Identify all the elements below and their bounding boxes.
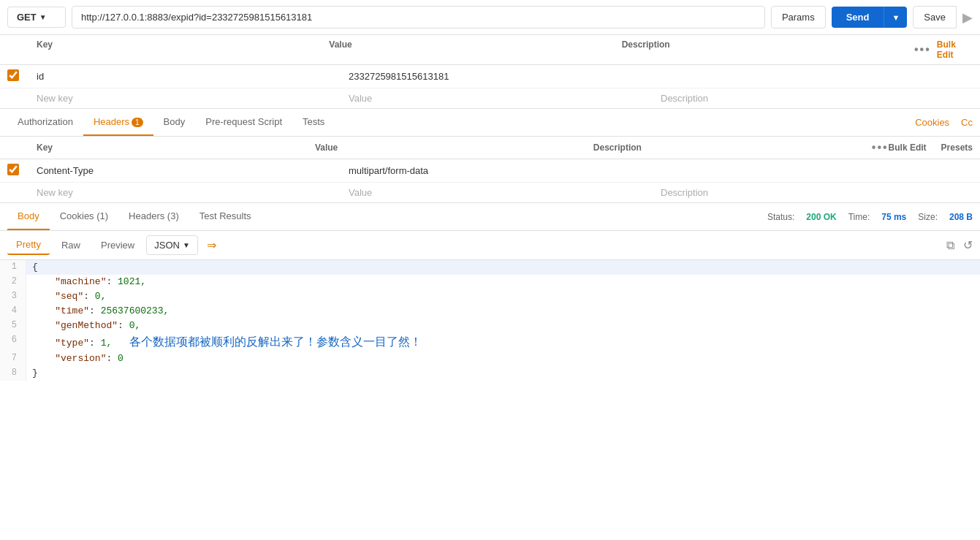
code-line: 4 "time": 25637600233, bbox=[0, 304, 980, 319]
bulk-edit-button[interactable]: Bulk Edit bbox=[889, 142, 927, 153]
tab-headers[interactable]: Headers1 bbox=[83, 109, 153, 136]
save-dropdown-icon[interactable]: ▶ bbox=[962, 9, 973, 26]
time-value: 75 ms bbox=[881, 212, 906, 222]
params-desc-header: Description bbox=[622, 39, 914, 60]
params-new-value[interactable]: Value bbox=[349, 93, 661, 104]
request-tabs: Authorization Headers1 Body Pre-request … bbox=[0, 109, 980, 137]
params-new-key[interactable]: New key bbox=[37, 93, 349, 104]
cookies-link[interactable]: Cookies bbox=[915, 110, 949, 135]
params-button[interactable]: Params bbox=[771, 6, 826, 28]
code-lines-container: 1{2 "machine": 1021,3 "seq": 0,4 "time":… bbox=[0, 260, 980, 381]
code-area: 1{2 "machine": 1021,3 "seq": 0,4 "time":… bbox=[0, 260, 980, 421]
params-bulk-edit[interactable]: Bulk Edit bbox=[937, 39, 973, 60]
header-value-cell: multipart/form-data bbox=[349, 165, 661, 176]
send-button[interactable]: Send bbox=[832, 7, 884, 28]
format-icon[interactable]: ⇒ bbox=[207, 238, 216, 252]
method-chevron-icon: ▼ bbox=[39, 13, 47, 21]
response-toolbar: Pretty Raw Preview JSON ▼ ⇒ ⧉ ↺ bbox=[0, 231, 980, 260]
tab-pre-request-script[interactable]: Pre-request Script bbox=[195, 109, 292, 136]
tab-tests[interactable]: Tests bbox=[292, 109, 335, 136]
headers-new-row: New key Value Description bbox=[0, 183, 980, 202]
save-button[interactable]: Save bbox=[913, 6, 957, 28]
method-label: GET bbox=[17, 12, 37, 23]
params-new-row: New key Value Description bbox=[0, 88, 980, 108]
code-line: 1{ bbox=[0, 260, 980, 275]
response-tabs: Body Cookies (1) Headers (3) Test Result… bbox=[0, 203, 980, 231]
params-header: Key Value Description ••• Bulk Edit bbox=[0, 35, 980, 65]
table-row: Content-Type multipart/form-data bbox=[0, 159, 980, 183]
clear-icon[interactable]: ↺ bbox=[963, 238, 973, 252]
params-value-header: Value bbox=[329, 39, 621, 60]
response-tab-test-results[interactable]: Test Results bbox=[189, 203, 262, 230]
headers-desc-header: Description bbox=[593, 142, 872, 153]
header-new-key[interactable]: New key bbox=[37, 187, 349, 198]
headers-section: Key Value Description ••• Bulk Edit Pres… bbox=[0, 137, 980, 203]
table-row: id 2332725981515613181 bbox=[0, 65, 980, 88]
headers-badge: 1 bbox=[132, 118, 143, 127]
params-key-cell: id bbox=[37, 71, 349, 82]
params-new-desc[interactable]: Description bbox=[661, 93, 973, 104]
request-tab-right: Cookies Cc bbox=[915, 110, 973, 135]
response-tab-headers[interactable]: Headers (3) bbox=[118, 203, 189, 230]
params-section: Key Value Description ••• Bulk Edit id 2… bbox=[0, 35, 980, 109]
params-key-header: Key bbox=[37, 39, 329, 60]
code-line: 7 "version": 0 bbox=[0, 351, 980, 366]
headers-value-header: Value bbox=[315, 142, 593, 153]
tab-authorization[interactable]: Authorization bbox=[7, 109, 83, 136]
presets-button[interactable]: Presets bbox=[941, 142, 973, 153]
status-value: 200 OK bbox=[806, 212, 836, 222]
json-format-select[interactable]: JSON ▼ bbox=[146, 235, 198, 255]
copy-icon[interactable]: ⧉ bbox=[946, 239, 954, 252]
header-key-cell: Content-Type bbox=[37, 165, 349, 176]
format-raw[interactable]: Raw bbox=[53, 236, 89, 254]
send-group: Send ▼ bbox=[832, 7, 908, 28]
size-label: Size: bbox=[918, 212, 938, 222]
code-line: 8} bbox=[0, 366, 980, 381]
header-row-checkbox[interactable] bbox=[7, 164, 19, 175]
headers-more-icon[interactable]: ••• bbox=[872, 141, 889, 154]
json-chevron-icon: ▼ bbox=[183, 241, 190, 249]
response-tab-cookies[interactable]: Cookies (1) bbox=[50, 203, 118, 230]
time-label: Time: bbox=[848, 212, 870, 222]
method-select[interactable]: GET ▼ bbox=[7, 7, 66, 28]
response-status: Status: 200 OK Time: 75 ms Size: 208 B bbox=[767, 212, 973, 222]
send-dropdown-button[interactable]: ▼ bbox=[884, 7, 907, 28]
code-line: 6 "type": 1,各个数据项都被顺利的反解出来了！参数含义一目了然！ bbox=[0, 333, 980, 351]
headers-key-header: Key bbox=[37, 142, 315, 153]
url-input[interactable] bbox=[72, 6, 765, 28]
json-format-label: JSON bbox=[154, 240, 180, 251]
header-new-value[interactable]: Value bbox=[349, 187, 661, 198]
status-label: Status: bbox=[767, 212, 794, 222]
response-tab-body[interactable]: Body bbox=[7, 203, 50, 230]
code-line: 3 "seq": 0, bbox=[0, 289, 980, 304]
code-line: 5 "genMethod": 0, bbox=[0, 319, 980, 333]
format-pretty[interactable]: Pretty bbox=[7, 235, 50, 255]
annotation-text: 各个数据项都被顺利的反解出来了！参数含义一目了然！ bbox=[129, 336, 422, 349]
format-preview[interactable]: Preview bbox=[92, 236, 143, 254]
header-new-desc[interactable]: Description bbox=[661, 187, 973, 198]
top-bar: GET ▼ Params Send ▼ Save ▶ bbox=[0, 0, 980, 35]
tab-body[interactable]: Body bbox=[153, 109, 196, 136]
params-value-cell: 2332725981515613181 bbox=[349, 71, 661, 82]
headers-header: Key Value Description ••• Bulk Edit Pres… bbox=[0, 137, 980, 159]
params-row-checkbox[interactable] bbox=[7, 69, 19, 81]
cc-link[interactable]: Cc bbox=[961, 110, 973, 135]
code-line: 2 "machine": 1021, bbox=[0, 275, 980, 289]
size-value: 208 B bbox=[949, 212, 973, 222]
params-more-icon[interactable]: ••• bbox=[914, 43, 931, 56]
